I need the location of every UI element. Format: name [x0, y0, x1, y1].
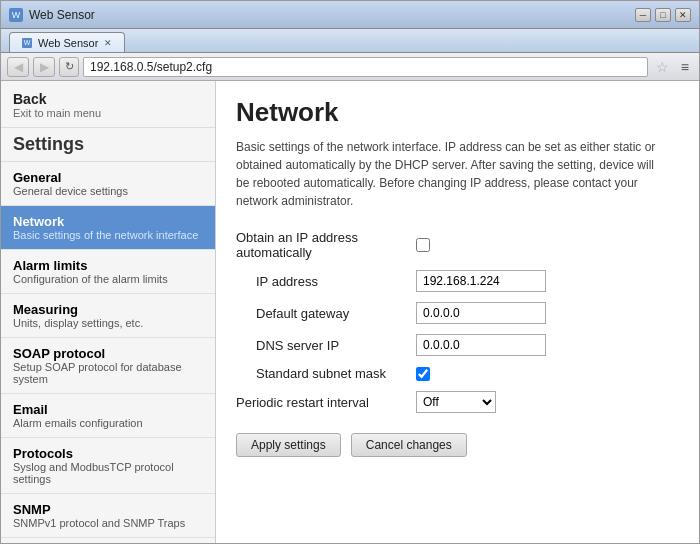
tab-bar: W Web Sensor ✕	[1, 29, 699, 53]
ip-address-input[interactable]	[416, 270, 546, 292]
restore-button[interactable]: □	[655, 8, 671, 22]
browser-menu-icon[interactable]: ≡	[677, 59, 693, 75]
apply-settings-button[interactable]: Apply settings	[236, 433, 341, 457]
window-controls: ─ □ ✕	[635, 8, 691, 22]
default-gw-label: Default gateway	[236, 306, 416, 321]
sidebar: Back Exit to main menu Settings General …	[1, 81, 216, 543]
browser-title: Web Sensor	[29, 8, 635, 22]
sidebar-item-protocols[interactable]: Protocols Syslog and ModbusTCP protocol …	[1, 438, 215, 494]
sidebar-back-sub: Exit to main menu	[13, 107, 203, 119]
dns-input[interactable]	[416, 334, 546, 356]
tab-label: Web Sensor	[38, 37, 98, 49]
browser-favicon: W	[9, 8, 23, 22]
button-row: Apply settings Cancel changes	[236, 433, 679, 457]
subnet-label: Standard subnet mask	[236, 366, 416, 381]
sidebar-item-measuring[interactable]: Measuring Units, display settings, etc.	[1, 294, 215, 338]
minimize-button[interactable]: ─	[635, 8, 651, 22]
title-bar: W Web Sensor ─ □ ✕	[1, 1, 699, 29]
browser-tab[interactable]: W Web Sensor ✕	[9, 32, 125, 52]
nav-bar: ◀ ▶ ↻ ☆ ≡	[1, 53, 699, 81]
settings-heading: Settings	[1, 128, 215, 162]
refresh-button[interactable]: ↻	[59, 57, 79, 77]
page-content: Back Exit to main menu Settings General …	[1, 81, 699, 543]
sidebar-item-snmp[interactable]: SNMP SNMPv1 protocol and SNMP Traps	[1, 494, 215, 538]
dns-row: DNS server IP	[236, 334, 679, 356]
close-button[interactable]: ✕	[675, 8, 691, 22]
dns-label: DNS server IP	[236, 338, 416, 353]
obtain-auto-row: Obtain an IP address automatically	[236, 230, 679, 260]
sidebar-item-soap[interactable]: SOAP protocol Setup SOAP protocol for da…	[1, 338, 215, 394]
forward-button[interactable]: ▶	[33, 57, 55, 77]
restart-select[interactable]: Off 1 hour 6 hours 12 hours 24 hours	[416, 391, 496, 413]
address-bar[interactable]	[83, 57, 648, 77]
tab-favicon: W	[22, 38, 32, 48]
sidebar-item-network[interactable]: Network Basic settings of the network in…	[1, 206, 215, 250]
obtain-auto-checkbox[interactable]	[416, 238, 430, 252]
browser-window: W Web Sensor ─ □ ✕ W Web Sensor ✕ ◀ ▶ ↻ …	[0, 0, 700, 544]
subnet-checkbox[interactable]	[416, 367, 430, 381]
ip-address-label: IP address	[236, 274, 416, 289]
ip-address-row: IP address	[236, 270, 679, 292]
bookmark-star-icon[interactable]: ☆	[652, 59, 673, 75]
restart-label: Periodic restart interval	[236, 395, 416, 410]
cancel-changes-button[interactable]: Cancel changes	[351, 433, 467, 457]
back-button[interactable]: ◀	[7, 57, 29, 77]
obtain-auto-label: Obtain an IP address automatically	[236, 230, 416, 260]
sidebar-item-time[interactable]: Time Synchronization with NTP server	[1, 538, 215, 543]
default-gw-input[interactable]	[416, 302, 546, 324]
main-area: Network Basic settings of the network in…	[216, 81, 699, 543]
restart-row: Periodic restart interval Off 1 hour 6 h…	[236, 391, 679, 413]
sidebar-back-label: Back	[13, 91, 203, 107]
sidebar-item-general[interactable]: General General device settings	[1, 162, 215, 206]
sidebar-back-button[interactable]: Back Exit to main menu	[1, 81, 215, 128]
sidebar-item-email[interactable]: Email Alarm emails configuration	[1, 394, 215, 438]
default-gw-row: Default gateway	[236, 302, 679, 324]
subnet-row: Standard subnet mask	[236, 366, 679, 381]
page-title: Network	[236, 97, 679, 128]
tab-close-button[interactable]: ✕	[104, 38, 112, 48]
sidebar-item-alarm[interactable]: Alarm limits Configuration of the alarm …	[1, 250, 215, 294]
page-description: Basic settings of the network interface.…	[236, 138, 666, 210]
